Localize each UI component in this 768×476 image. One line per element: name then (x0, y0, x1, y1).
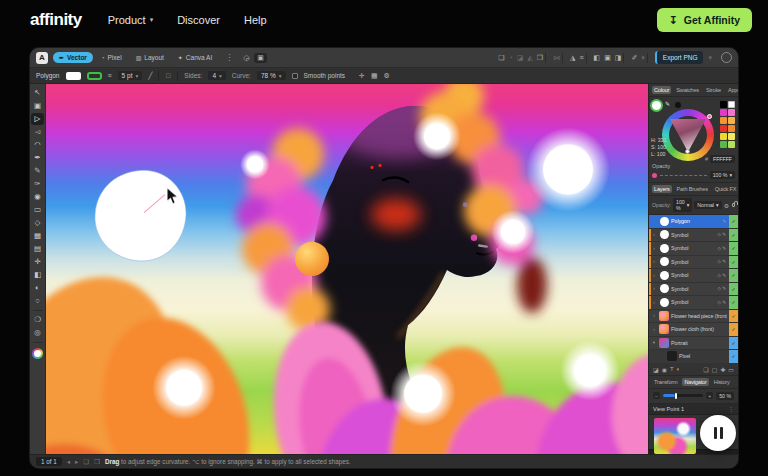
hex-input[interactable]: FFFFFF (710, 155, 735, 163)
layer-row[interactable]: ▾Portrait✓ (649, 337, 738, 351)
pen-presets-icon[interactable]: ✐ (631, 54, 637, 61)
swatch[interactable] (728, 141, 735, 148)
layer-action-icon[interactable]: ▢ (712, 366, 718, 373)
point-transform-tool[interactable]: ✛ (31, 256, 44, 268)
secondary-colour-dot[interactable] (675, 102, 681, 108)
stroke-style-icon[interactable]: ≡ (108, 72, 112, 79)
layer-expand-chevron[interactable]: › (651, 232, 657, 237)
fill-stroke-indicator[interactable] (652, 101, 661, 110)
export-png-button[interactable]: Export PNG (655, 51, 704, 64)
artboard-tool[interactable]: ▣ (31, 100, 44, 112)
node-tool[interactable]: ▷ (31, 113, 44, 125)
pen-tool[interactable]: ✒ (31, 152, 44, 164)
layer-action-icon[interactable]: ◪ (653, 366, 659, 373)
picture-frame-tool[interactable]: ▤ (31, 243, 44, 255)
stroke-width-select[interactable]: 5 pt ▾ (118, 71, 143, 80)
layer-visibility-check[interactable]: ✓ (729, 337, 738, 350)
swatch[interactable] (728, 101, 735, 108)
layer-row[interactable]: Polygon✎✓ (649, 215, 738, 229)
tab-quick-fx[interactable]: Quick FX (713, 185, 738, 193)
affinity-app-icon[interactable]: A (36, 52, 48, 64)
nav-item-product[interactable]: Product▾ (108, 14, 153, 26)
boolean-subtract-icon[interactable]: ◔ (509, 54, 513, 61)
layer-visibility-check[interactable]: ✓ (729, 296, 738, 309)
stroke-swatch[interactable] (87, 72, 102, 80)
swatch[interactable] (720, 125, 727, 132)
layer-action-icon[interactable]: ✚ (720, 366, 725, 373)
persona-tab-pixel[interactable]: ◔Pixel (95, 52, 128, 63)
swatch[interactable] (720, 133, 727, 140)
pause-button[interactable] (700, 415, 736, 451)
vector-brush-tool[interactable]: ✑ (31, 178, 44, 190)
layer-row[interactable]: ›Symbol◇ ✎✓ (649, 283, 738, 297)
curve-select[interactable]: 78 % ▾ (257, 71, 286, 80)
layer-visibility-check[interactable]: ✓ (729, 283, 738, 296)
layer-visibility-check[interactable]: ✓ (729, 256, 738, 269)
more-personas-icon[interactable]: ⋮ (223, 53, 235, 62)
layer-visibility-check[interactable]: ✓ (729, 229, 738, 242)
layer-row[interactable]: Pixel✓ (649, 350, 738, 364)
boolean-add-icon[interactable]: ❏ (498, 54, 504, 61)
opacity-slider-handle[interactable] (652, 173, 657, 178)
swatch[interactable] (720, 109, 727, 116)
zoom-slider[interactable] (663, 394, 703, 397)
pen-presets-caret[interactable]: ▾ (641, 54, 645, 61)
opacity-slider-track[interactable] (660, 175, 707, 176)
colour-well[interactable] (32, 348, 43, 359)
layer-expand-chevron[interactable]: › (651, 327, 657, 332)
triangle-marker[interactable] (685, 149, 690, 154)
layer-expand-chevron[interactable]: › (651, 259, 657, 264)
smooth-points-checkbox[interactable] (292, 73, 298, 79)
blend-mode-select[interactable]: Normal ▾ (694, 201, 721, 209)
get-affinity-button[interactable]: ↧ Get Affinity (657, 8, 752, 32)
layer-settings-gear-icon[interactable]: ⚙ (724, 202, 729, 209)
layer-row[interactable]: ›Symbol◇ ✎✓ (649, 296, 738, 310)
page-nav-icon[interactable]: ◂ (67, 458, 70, 466)
flip-horizontal-icon[interactable]: ◮ (570, 54, 575, 61)
fill-swatch[interactable] (66, 72, 81, 80)
swatch[interactable] (720, 141, 727, 148)
boolean-intersect-icon[interactable]: ◪ (517, 54, 524, 61)
layer-expand-chevron[interactable]: › (651, 300, 657, 305)
persona-tab-canva-ai[interactable]: ✦Canva AI (172, 52, 218, 63)
layer-action-icon[interactable]: ❏ (703, 366, 708, 373)
eyedropper-icon[interactable]: ✎ (665, 100, 670, 107)
sides-select[interactable]: 4 ▾ (208, 71, 225, 80)
viewpoint-menu-icon[interactable]: ⋮ (728, 406, 734, 412)
tab-transform[interactable]: Transform (652, 378, 679, 386)
frame-view-icon[interactable]: ▣ (254, 53, 267, 63)
settings-gear-icon[interactable]: ⚙ (384, 72, 390, 79)
viewpoint-header[interactable]: View Point 1 ⋮ (649, 404, 738, 415)
tab-colour[interactable]: Colour (652, 86, 671, 94)
affinity-logo[interactable]: affinity (30, 10, 82, 30)
tab-path-brushes[interactable]: Path Brushes (675, 185, 710, 193)
tab-history[interactable]: History (712, 378, 732, 386)
persona-tab-vector[interactable]: ✒Vector (53, 52, 93, 63)
layer-expand-chevron[interactable]: › (651, 273, 657, 278)
move-forward-icon[interactable]: ▣ (604, 54, 611, 61)
layer-row[interactable]: ›Symbol◇ ✎✓ (649, 242, 738, 256)
layer-expand-chevron[interactable]: › (651, 313, 657, 318)
node-join-icon[interactable]: ⋈ (553, 54, 560, 61)
preview-thumbnail[interactable] (654, 418, 696, 454)
boolean-divide-icon[interactable]: ◭ (527, 54, 532, 61)
ellipse-tool[interactable]: ○ (31, 295, 44, 307)
tab-appearance[interactable]: Appearance (726, 86, 738, 94)
boolean-combine-icon[interactable]: ❐ (537, 54, 543, 61)
swatch[interactable] (720, 117, 727, 124)
layer-row[interactable]: ›Symbol◇ ✎✓ (649, 269, 738, 283)
contour-tool[interactable]: ◅ (31, 126, 44, 138)
swatch[interactable] (728, 125, 735, 132)
wheel-marker[interactable] (707, 114, 712, 119)
layer-lock-icon[interactable] (732, 203, 735, 207)
move-to-back-icon[interactable]: ◨ (615, 54, 622, 61)
opacity-value-select[interactable]: 100 % ▾ (710, 171, 735, 179)
tab-swatches[interactable]: Swatches (674, 86, 701, 94)
persona-tab-layout[interactable]: ▥Layout (130, 52, 170, 63)
swatch[interactable] (728, 117, 735, 124)
colour-picker-tool[interactable]: ❍ (31, 314, 44, 326)
layer-action-icon[interactable]: ▭ (728, 366, 734, 373)
layer-row[interactable]: ›Flower cloth (front)✓ (649, 323, 738, 337)
canvas[interactable] (46, 84, 648, 454)
move-tool[interactable]: ↖ (31, 87, 44, 99)
